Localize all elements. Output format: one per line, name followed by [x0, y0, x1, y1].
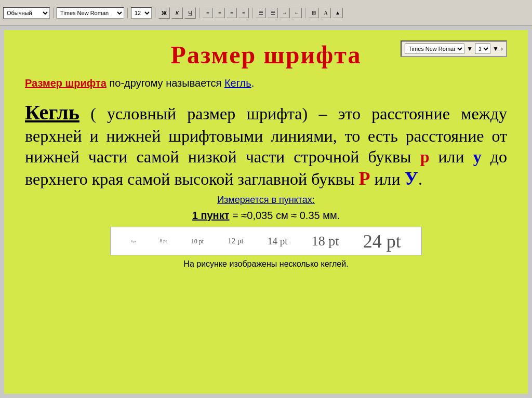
- caption-label: На рисунке изображены несколько кеглей.: [183, 259, 348, 268]
- first-para-end: .: [251, 77, 255, 89]
- letter-p: р: [420, 147, 430, 166]
- separator-1: [53, 8, 54, 18]
- size-18pt: 18 pt: [312, 235, 339, 248]
- point-line: 1 пункт = ≈0,035 см ≈ 0.35 мм.: [25, 210, 507, 222]
- align-group: ≡ ≡ ≡ ≡: [203, 8, 249, 18]
- slide-title-text: Размер шрифта: [171, 41, 362, 68]
- size-6pt: 6 pt: [131, 240, 136, 243]
- ordered-list-icon[interactable]: ☰: [268, 8, 278, 18]
- list-group: ☰ ☰ → ←: [256, 8, 302, 18]
- align-right-icon[interactable]: ≡: [227, 8, 237, 18]
- letter-P: Р: [358, 168, 370, 189]
- point-text: = ≈0,035 см ≈ 0.35 мм.: [230, 210, 340, 221]
- highlight-icon[interactable]: A: [321, 8, 331, 18]
- format-group: Ж К Ч: [158, 7, 196, 19]
- size-illustration-box: 6 pt 8 pt 10 pt 12 pt 14 pt 18 pt 24 pt: [110, 227, 422, 255]
- align-left-icon[interactable]: ≡: [203, 8, 213, 18]
- font-group: Times New Roman: [57, 7, 124, 19]
- kegel-main-link[interactable]: Кегль: [25, 101, 79, 124]
- table-icon[interactable]: ⊞: [309, 8, 319, 18]
- size-14pt: 14 pt: [268, 236, 288, 246]
- size-group: 12: [131, 7, 152, 19]
- separator-3: [155, 8, 155, 18]
- bold-button[interactable]: Ж: [158, 7, 170, 19]
- body-text-2: или: [429, 147, 473, 166]
- size-12pt: 12 pt: [228, 237, 243, 245]
- separator-2: [127, 8, 128, 18]
- caption-text: На рисунке изображены несколько кеглей.: [25, 259, 507, 269]
- toolbar: Обычный Times New Roman 12 Ж К Ч ≡ ≡ ≡ ≡…: [0, 0, 532, 26]
- size-select[interactable]: 12: [131, 7, 152, 19]
- separator-5: [252, 8, 252, 18]
- size-8pt: 8 pt: [160, 239, 167, 243]
- style-select[interactable]: Обычный: [3, 7, 50, 19]
- color-icon[interactable]: ▲: [332, 8, 343, 18]
- slide-title: Размер шрифта: [25, 40, 507, 69]
- italic-button[interactable]: К: [171, 7, 183, 19]
- letter-Y: У: [405, 168, 418, 189]
- point-link[interactable]: 1 пункт: [192, 210, 230, 221]
- style-group: Обычный: [3, 7, 50, 19]
- separator-4: [199, 8, 200, 18]
- body-end: .: [418, 170, 422, 188]
- separator-6: [305, 8, 305, 18]
- measure-link[interactable]: Измеряется в пунктах:: [25, 195, 507, 205]
- first-para-middle: по-другому называется: [107, 77, 224, 89]
- body-text-4: или: [370, 170, 404, 188]
- font-select[interactable]: Times New Roman: [57, 7, 124, 19]
- outdent-icon[interactable]: ←: [291, 8, 302, 18]
- list-icon[interactable]: ☰: [256, 8, 266, 18]
- size-10pt: 10 pt: [191, 238, 204, 244]
- underline-button[interactable]: Ч: [184, 7, 196, 19]
- body-text-block: Кегль ( условный размер шрифта) – это ра…: [25, 100, 507, 190]
- align-center-icon[interactable]: ≡: [215, 8, 225, 18]
- font-size-link[interactable]: Размер шрифта: [25, 77, 107, 89]
- size-24pt: 24 pt: [363, 232, 401, 251]
- extra-group: ⊞ A ▲: [309, 8, 343, 18]
- kegel-link-first[interactable]: Кегль: [224, 77, 251, 89]
- align-justify-icon[interactable]: ≡: [238, 8, 249, 18]
- indent-icon[interactable]: →: [280, 8, 290, 18]
- first-paragraph: Размер шрифта по-другому называется Кегл…: [25, 77, 507, 89]
- content-area: Times New Roman ▼ 14 ▼ › Размер шрифта Р…: [4, 30, 528, 394]
- letter-y: у: [473, 147, 482, 166]
